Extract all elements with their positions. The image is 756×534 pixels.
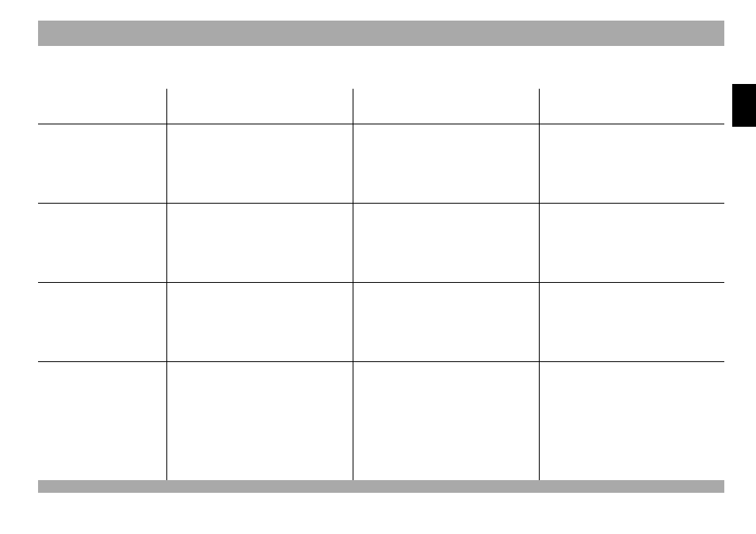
table-row <box>38 203 724 282</box>
cell <box>167 361 353 480</box>
cell <box>539 124 724 203</box>
col-header-3 <box>353 89 539 124</box>
top-grey-bar <box>38 21 724 46</box>
data-table <box>38 89 724 480</box>
cell <box>353 282 539 361</box>
cell <box>353 361 539 480</box>
col-header-1 <box>38 89 167 124</box>
cell <box>38 124 167 203</box>
cell <box>38 203 167 282</box>
cell <box>167 124 353 203</box>
col-header-2 <box>167 89 353 124</box>
cell <box>539 203 724 282</box>
table-container <box>38 89 724 480</box>
cell <box>539 361 724 480</box>
table-header-row <box>38 89 724 124</box>
bottom-grey-bar <box>38 480 724 493</box>
cell <box>38 282 167 361</box>
cell <box>353 203 539 282</box>
cell <box>167 203 353 282</box>
table-row <box>38 282 724 361</box>
side-tab <box>732 84 756 127</box>
table-row <box>38 124 724 203</box>
table-row <box>38 361 724 480</box>
cell <box>353 124 539 203</box>
col-header-4 <box>539 89 724 124</box>
cell <box>539 282 724 361</box>
cell <box>167 282 353 361</box>
cell <box>38 361 167 480</box>
